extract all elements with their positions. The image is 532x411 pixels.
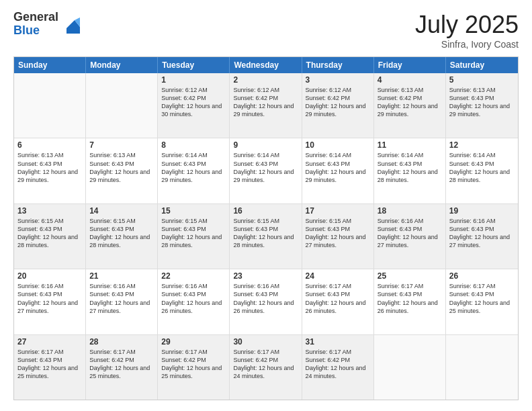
day-number: 27: [17, 337, 82, 347]
logo-general: General: [13, 11, 58, 24]
day-number: 21: [89, 271, 154, 281]
calendar-row: 27Sunrise: 6:17 AM Sunset: 6:43 PM Dayli…: [14, 335, 518, 400]
cell-info: Sunrise: 6:14 AM Sunset: 6:43 PM Dayligh…: [233, 152, 294, 183]
cell-info: Sunrise: 6:15 AM Sunset: 6:43 PM Dayligh…: [306, 218, 366, 248]
weekday-header: Thursday: [302, 57, 374, 73]
day-number: 31: [306, 337, 370, 347]
day-number: 23: [233, 271, 298, 281]
cell-info: Sunrise: 6:14 AM Sunset: 6:43 PM Dayligh…: [161, 152, 222, 183]
calendar-cell: 13Sunrise: 6:15 AM Sunset: 6:43 PM Dayli…: [14, 204, 86, 269]
calendar-row: 1Sunrise: 6:12 AM Sunset: 6:42 PM Daylig…: [14, 73, 518, 138]
day-number: 22: [161, 271, 226, 281]
logo: General Blue: [13, 11, 80, 38]
cell-info: Sunrise: 6:15 AM Sunset: 6:43 PM Dayligh…: [161, 218, 222, 248]
calendar-cell: 24Sunrise: 6:17 AM Sunset: 6:43 PM Dayli…: [302, 269, 374, 334]
calendar-cell: 29Sunrise: 6:17 AM Sunset: 6:42 PM Dayli…: [158, 335, 230, 400]
calendar-cell: 19Sunrise: 6:16 AM Sunset: 6:43 PM Dayli…: [446, 204, 518, 269]
cell-info: Sunrise: 6:16 AM Sunset: 6:43 PM Dayligh…: [89, 283, 150, 314]
cell-info: Sunrise: 6:16 AM Sunset: 6:43 PM Dayligh…: [378, 218, 438, 248]
day-number: 12: [449, 140, 515, 150]
calendar-cell: 3Sunrise: 6:12 AM Sunset: 6:42 PM Daylig…: [302, 73, 374, 138]
calendar-cell: 9Sunrise: 6:14 AM Sunset: 6:43 PM Daylig…: [230, 138, 302, 203]
cell-info: Sunrise: 6:17 AM Sunset: 6:42 PM Dayligh…: [306, 349, 366, 379]
cell-info: Sunrise: 6:15 AM Sunset: 6:43 PM Dayligh…: [233, 218, 294, 248]
calendar-cell: 16Sunrise: 6:15 AM Sunset: 6:43 PM Dayli…: [230, 204, 302, 269]
calendar-cell: 4Sunrise: 6:13 AM Sunset: 6:42 PM Daylig…: [374, 73, 446, 138]
day-number: 30: [233, 337, 298, 347]
calendar-cell: 30Sunrise: 6:17 AM Sunset: 6:42 PM Dayli…: [230, 335, 302, 400]
calendar-cell: 11Sunrise: 6:14 AM Sunset: 6:43 PM Dayli…: [374, 138, 446, 203]
day-number: 17: [306, 206, 370, 216]
calendar-cell: 18Sunrise: 6:16 AM Sunset: 6:43 PM Dayli…: [374, 204, 446, 269]
day-number: 14: [89, 206, 154, 216]
cell-info: Sunrise: 6:15 AM Sunset: 6:43 PM Dayligh…: [17, 218, 78, 248]
calendar-cell: 20Sunrise: 6:16 AM Sunset: 6:43 PM Dayli…: [14, 269, 86, 334]
day-number: 28: [89, 337, 154, 347]
weekday-header: Tuesday: [158, 57, 230, 73]
cell-info: Sunrise: 6:17 AM Sunset: 6:43 PM Dayligh…: [449, 283, 510, 314]
month-title: July 2025: [415, 11, 519, 39]
calendar-row: 6Sunrise: 6:13 AM Sunset: 6:43 PM Daylig…: [14, 138, 518, 203]
calendar-cell: [374, 335, 446, 400]
cell-info: Sunrise: 6:16 AM Sunset: 6:43 PM Dayligh…: [233, 283, 294, 314]
calendar-cell: 6Sunrise: 6:13 AM Sunset: 6:43 PM Daylig…: [14, 138, 86, 203]
day-number: 25: [378, 271, 442, 281]
calendar-cell: 14Sunrise: 6:15 AM Sunset: 6:43 PM Dayli…: [86, 204, 158, 269]
subtitle: Sinfra, Ivory Coast: [415, 39, 519, 50]
cell-info: Sunrise: 6:17 AM Sunset: 6:43 PM Dayligh…: [378, 283, 438, 314]
cell-info: Sunrise: 6:12 AM Sunset: 6:42 PM Dayligh…: [233, 87, 294, 118]
calendar-cell: 10Sunrise: 6:14 AM Sunset: 6:43 PM Dayli…: [302, 138, 374, 203]
day-number: 10: [306, 140, 370, 150]
calendar-cell: 26Sunrise: 6:17 AM Sunset: 6:43 PM Dayli…: [446, 269, 518, 334]
cell-info: Sunrise: 6:14 AM Sunset: 6:43 PM Dayligh…: [449, 152, 510, 183]
day-number: 15: [161, 206, 226, 216]
day-number: 9: [233, 140, 298, 150]
day-number: 2: [233, 75, 298, 85]
calendar-cell: 21Sunrise: 6:16 AM Sunset: 6:43 PM Dayli…: [86, 269, 158, 334]
header: General Blue July 2025 Sinfra, Ivory Coa…: [13, 11, 519, 50]
weekday-header: Wednesday: [230, 57, 302, 73]
cell-info: Sunrise: 6:12 AM Sunset: 6:42 PM Dayligh…: [161, 87, 222, 118]
calendar-cell: 7Sunrise: 6:13 AM Sunset: 6:43 PM Daylig…: [86, 138, 158, 203]
day-number: 20: [17, 271, 82, 281]
cell-info: Sunrise: 6:13 AM Sunset: 6:43 PM Dayligh…: [449, 87, 510, 118]
calendar-row: 13Sunrise: 6:15 AM Sunset: 6:43 PM Dayli…: [14, 204, 518, 269]
calendar-cell: 27Sunrise: 6:17 AM Sunset: 6:43 PM Dayli…: [14, 335, 86, 400]
title-block: July 2025 Sinfra, Ivory Coast: [415, 11, 519, 50]
weekday-header: Friday: [374, 57, 446, 73]
cell-info: Sunrise: 6:17 AM Sunset: 6:43 PM Dayligh…: [306, 283, 366, 314]
calendar-cell: 28Sunrise: 6:17 AM Sunset: 6:42 PM Dayli…: [86, 335, 158, 400]
cell-info: Sunrise: 6:17 AM Sunset: 6:43 PM Dayligh…: [17, 349, 78, 379]
calendar-cell: 12Sunrise: 6:14 AM Sunset: 6:43 PM Dayli…: [446, 138, 518, 203]
day-number: 16: [233, 206, 298, 216]
weekday-header: Sunday: [14, 57, 86, 73]
calendar-cell: 17Sunrise: 6:15 AM Sunset: 6:43 PM Dayli…: [302, 204, 374, 269]
calendar-header: SundayMondayTuesdayWednesdayThursdayFrid…: [14, 57, 518, 73]
calendar-cell: 25Sunrise: 6:17 AM Sunset: 6:43 PM Dayli…: [374, 269, 446, 334]
cell-info: Sunrise: 6:16 AM Sunset: 6:43 PM Dayligh…: [449, 218, 510, 248]
day-number: 7: [89, 140, 154, 150]
day-number: 11: [378, 140, 442, 150]
day-number: 3: [306, 75, 370, 85]
calendar-body: 1Sunrise: 6:12 AM Sunset: 6:42 PM Daylig…: [14, 73, 518, 400]
calendar: SundayMondayTuesdayWednesdayThursdayFrid…: [13, 56, 519, 400]
weekday-header: Monday: [86, 57, 158, 73]
calendar-cell: 15Sunrise: 6:15 AM Sunset: 6:43 PM Dayli…: [158, 204, 230, 269]
cell-info: Sunrise: 6:13 AM Sunset: 6:43 PM Dayligh…: [17, 152, 78, 183]
cell-info: Sunrise: 6:17 AM Sunset: 6:42 PM Dayligh…: [233, 349, 294, 379]
day-number: 13: [17, 206, 82, 216]
day-number: 24: [306, 271, 370, 281]
day-number: 26: [449, 271, 515, 281]
calendar-row: 20Sunrise: 6:16 AM Sunset: 6:43 PM Dayli…: [14, 269, 518, 334]
calendar-cell: [446, 335, 518, 400]
day-number: 8: [161, 140, 226, 150]
calendar-cell: 5Sunrise: 6:13 AM Sunset: 6:43 PM Daylig…: [446, 73, 518, 138]
weekday-header: Saturday: [446, 57, 518, 73]
page: General Blue July 2025 Sinfra, Ivory Coa…: [0, 0, 532, 411]
day-number: 18: [378, 206, 442, 216]
logo-icon: [61, 15, 80, 34]
calendar-cell: [86, 73, 158, 138]
cell-info: Sunrise: 6:17 AM Sunset: 6:42 PM Dayligh…: [161, 349, 222, 379]
cell-info: Sunrise: 6:14 AM Sunset: 6:43 PM Dayligh…: [306, 152, 366, 183]
day-number: 29: [161, 337, 226, 347]
